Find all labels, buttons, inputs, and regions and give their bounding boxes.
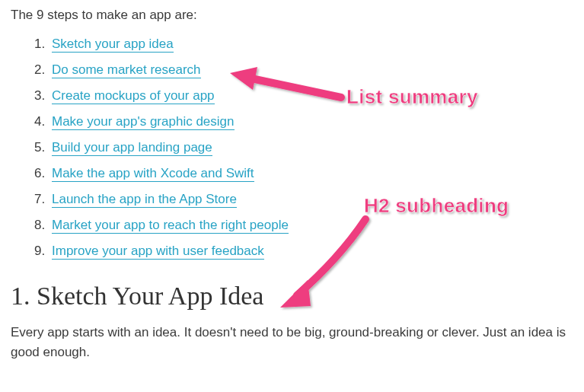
step-link[interactable]: Build your app landing page (52, 140, 212, 156)
step-link[interactable]: Make the app with Xcode and Swift (52, 166, 254, 182)
list-item: Create mockups of your app (49, 88, 573, 104)
list-item: Build your app landing page (49, 140, 573, 155)
list-item: Make your app's graphic design (49, 114, 573, 129)
step-link[interactable]: Market your app to reach the right peopl… (52, 218, 289, 234)
annotation-label: List summary (346, 85, 478, 109)
intro-text: The 9 steps to make an app are: (11, 8, 573, 23)
step-link[interactable]: Launch the app in the App Store (52, 192, 237, 208)
list-item: Market your app to reach the right peopl… (49, 218, 573, 233)
section-heading: 1. Sketch Your App Idea (11, 282, 573, 311)
step-link[interactable]: Sketch your app idea (52, 37, 174, 53)
annotation-label: H2 subheading (364, 194, 509, 218)
step-link[interactable]: Create mockups of your app (52, 88, 215, 104)
steps-list: Sketch your app idea Do some market rese… (11, 37, 573, 259)
list-item: Make the app with Xcode and Swift (49, 166, 573, 181)
list-item: Improve your app with user feedback (49, 244, 573, 259)
body-paragraph: Every app starts with an idea. It doesn'… (11, 323, 573, 363)
step-link[interactable]: Do some market research (52, 62, 201, 78)
step-link[interactable]: Improve your app with user feedback (52, 244, 264, 260)
list-item: Do some market research (49, 62, 573, 78)
list-item: Sketch your app idea (49, 37, 573, 52)
step-link[interactable]: Make your app's graphic design (52, 114, 235, 130)
